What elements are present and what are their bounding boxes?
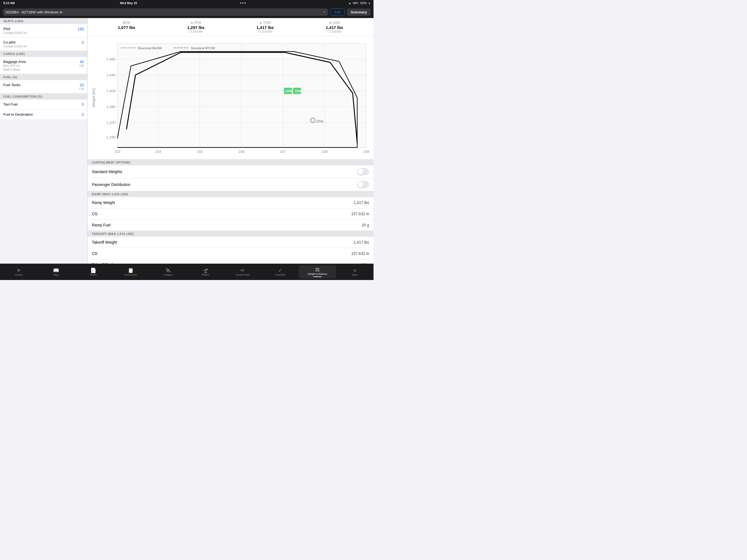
seats-section-header: SEATS (LBS) (0, 18, 87, 24)
checklist-label: Checklist (275, 274, 285, 276)
fuel-destination-row[interactable]: Fuel to Destination 0 (0, 110, 87, 120)
battery-level: 100% (360, 2, 367, 5)
status-dots (240, 2, 246, 4)
standard-weights-row: Standard Weights (87, 166, 374, 178)
svg-text:158: 158 (321, 150, 328, 154)
tab-scratchpads[interactable]: ✏ ScratchPads (224, 266, 262, 278)
fuel-tanks-row[interactable]: Fuel Tanks 20 / 20 (0, 80, 87, 94)
standard-weights-label: Standard Weights (92, 170, 122, 174)
ramp-cg-label: CG (92, 212, 98, 216)
tab-plates[interactable]: 📄 Plates (75, 266, 112, 278)
checklist-icon: ✓ (278, 268, 282, 273)
taxi-fuel-row[interactable]: Taxi Fuel 0 (0, 100, 87, 110)
tab-weight-balance[interactable]: ⚖ Weight & Balance (299, 265, 336, 279)
svg-text:154: 154 (155, 150, 161, 154)
baggage-row[interactable]: Baggage Area Arm (157 in) 40 / 60 Stuff … (0, 57, 87, 74)
ldw-limit: / 1,510 lbs (300, 30, 369, 33)
tab-documents[interactable]: 📋 Documents (112, 266, 150, 278)
tab-flights[interactable]: 🛫 Flights (187, 266, 224, 278)
active-tab-indicator (313, 276, 321, 277)
taxi-fuel-label: Taxi Fuel (3, 102, 18, 106)
fuel-tanks-label: Fuel Tanks (3, 83, 21, 87)
ldw-icon: ⊞ (329, 21, 331, 25)
ldw-column: ⊞LDW 1,417 lbs / 1,510 lbs (300, 21, 369, 33)
chart-svg: 1,480 1,440 1,400 1,360 1,320 1,280 153 … (90, 39, 371, 156)
flights-icon: 🛫 (203, 268, 208, 273)
tow-limit: / 1,510 lbs (231, 30, 300, 33)
ramp-fuel-value: 20 g (362, 223, 369, 227)
takeoff-weight-row: Takeoff Weight 1,417 lbs (87, 237, 374, 248)
svg-text:1,440: 1,440 (107, 73, 115, 77)
imagery-label: Imagery (163, 274, 173, 276)
takeoff-cg-value: 157.632 in (351, 251, 369, 256)
tab-airports[interactable]: ✈ Airports (0, 266, 37, 278)
battery-icon: ▮ (368, 2, 370, 5)
bew-value: 1,077 lbs (92, 25, 161, 30)
ramp-weight-label: Ramp Weight (92, 200, 115, 205)
svg-text:Weight (lbs): Weight (lbs) (92, 88, 96, 107)
status-bar: 9:13 AM Wed May 15 ▲ WiFi 100% ▮ (0, 0, 374, 6)
status-indicators: ▲ WiFi 100% ▮ (349, 2, 370, 5)
airports-icon: ✈ (17, 268, 21, 273)
flights-label: Flights (202, 273, 209, 276)
takeoff-cg-row: CG 157.632 in (87, 248, 374, 259)
baggage-limit: / 60 (79, 64, 84, 67)
imagery-icon: 🛰 (166, 268, 171, 273)
cargo-section-header: CARGO (LBS) (0, 51, 87, 57)
svg-text:1,280: 1,280 (107, 135, 115, 139)
more-icon: ≡ (353, 268, 356, 273)
tab-checklist[interactable]: ✓ Checklist (261, 266, 299, 278)
standard-weights-toggle[interactable] (357, 168, 369, 175)
svg-text:1,320: 1,320 (107, 121, 115, 125)
tow-column: ⊕TOW 1,417 lbs / 1,510 lbs (231, 21, 300, 33)
ldw-label: ⊞LDW (300, 21, 369, 25)
dropdown-icon: ▼ (323, 11, 325, 14)
svg-text:159: 159 (363, 150, 369, 154)
weight-balance-icon: ⚖ (315, 267, 319, 272)
svg-text:Structural MLDW: Structural MLDW (138, 47, 162, 50)
svg-text:ZFW: ZFW (316, 120, 323, 123)
status-day: Wed May 15 (120, 1, 137, 5)
pilot-value: 180 (78, 27, 84, 31)
fuel-destination-value: 0 (82, 112, 84, 117)
tab-imagery[interactable]: 🛰 Imagery (149, 266, 187, 278)
fuel-tanks-value: 20 (79, 83, 84, 87)
tow-label: ⊕TOW (231, 21, 300, 25)
zfw-value: 1,297 lbs (161, 25, 231, 30)
aircraft-selector[interactable]: N528BA - N271BW with Windows In ▼ (3, 8, 328, 16)
takeoff-fuel-row: Takeoff Fuel 20 g (87, 259, 374, 263)
edit-button[interactable]: Edit (330, 8, 344, 16)
zfw-label: ⊕ZFW (161, 21, 231, 25)
wifi-icon: WiFi (353, 2, 358, 5)
baggage-sublabel: Arm (157 in) (3, 64, 26, 67)
scratchpads-label: ScratchPads (236, 274, 250, 276)
copilot-sublabel: Cockpit (128.5 in) (3, 45, 27, 48)
ramp-weight-value: 1,417 lbs (354, 200, 369, 205)
bew-limit (92, 30, 161, 33)
zfw-limit: / 1,510 lbs (161, 30, 231, 33)
tab-maps[interactable]: 📖 Maps (37, 266, 75, 278)
ldw-value: 1,417 lbs (300, 25, 369, 30)
fuel-tanks-limit: / 20 (79, 87, 84, 91)
svg-text:1,360: 1,360 (107, 105, 115, 109)
main-content: SEATS (LBS) Pilot Cockpit (128.5 in) 180… (0, 18, 374, 263)
signal-icon: ▲ (349, 2, 351, 5)
fuel-section-header: FUEL (G) (0, 74, 87, 80)
pilot-sublabel: Cockpit (128.5 in) (3, 31, 27, 34)
svg-text:LDW: LDW (285, 90, 292, 93)
svg-text:156: 156 (238, 150, 244, 154)
documents-icon: 📋 (128, 268, 134, 273)
ramp-section-header: RAMP (MAX 1,510 LBS) (87, 191, 374, 197)
copilot-row[interactable]: Co-pilot Cockpit (128.5 in) 0 (0, 37, 87, 51)
pilot-row[interactable]: Pilot Cockpit (128.5 in) 180 (0, 24, 87, 37)
ramp-cg-row: CG 157.632 in (87, 208, 374, 220)
tab-more[interactable]: ≡ More (336, 266, 374, 278)
takeoff-weight-label: Takeoff Weight (92, 240, 117, 245)
toolbar: N528BA - N271BW with Windows In ▼ Edit S… (0, 6, 374, 18)
baggage-label: Baggage Area (3, 59, 26, 64)
weight-balance-label: Weight & Balance (308, 273, 327, 275)
summary-button[interactable]: Summary (347, 8, 371, 16)
passenger-distribution-toggle[interactable] (357, 181, 369, 188)
ramp-fuel-row: Ramp Fuel 20 g (87, 220, 374, 231)
svg-text:153: 153 (114, 150, 120, 154)
